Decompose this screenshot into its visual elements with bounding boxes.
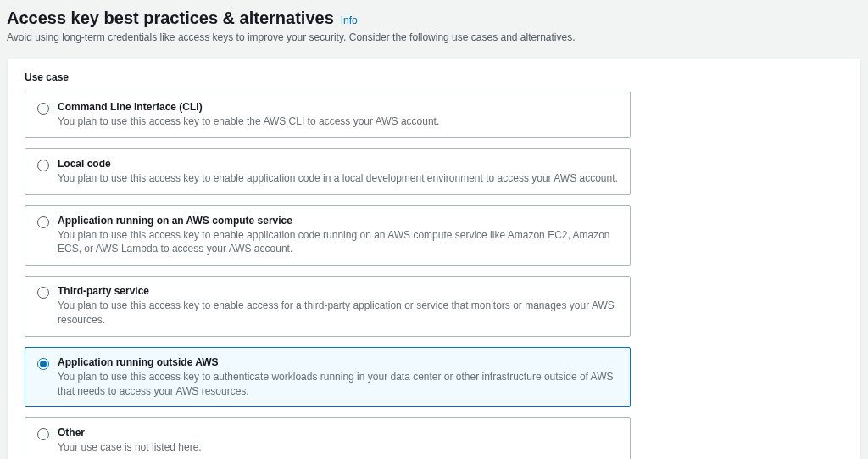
option-desc: Your use case is not listed here. [58,440,618,455]
page-title: Access key best practices & alternatives [7,8,334,28]
option-outside-aws[interactable]: Application running outside AWS You plan… [25,347,631,408]
radio-icon [37,216,49,228]
page-subtitle: Avoid using long-term credentials like a… [7,31,861,43]
option-title: Third-party service [58,285,618,297]
radio-icon [37,160,49,171]
option-aws-compute[interactable]: Application running on an AWS compute se… [25,205,631,266]
section-label: Use case [25,71,843,83]
option-title: Application running on an AWS compute se… [58,215,618,227]
option-local-code[interactable]: Local code You plan to use this access k… [25,148,631,195]
option-title: Local code [58,158,618,170]
radio-icon [37,358,49,370]
option-title: Command Line Interface (CLI) [58,101,618,113]
option-desc: You plan to use this access key to authe… [58,370,618,399]
radio-icon [37,428,49,440]
option-title: Application running outside AWS [58,356,618,368]
option-desc: You plan to use this access key to enabl… [58,115,618,129]
option-desc: You plan to use this access key to enabl… [58,228,618,257]
option-third-party[interactable]: Third-party service You plan to use this… [25,276,631,337]
radio-icon [37,287,49,299]
option-title: Other [58,427,618,439]
options-list: Command Line Interface (CLI) You plan to… [25,92,631,459]
option-desc: You plan to use this access key to enabl… [58,299,618,327]
option-desc: You plan to use this access key to enabl… [58,171,618,186]
page-header: Access key best practices & alternatives… [0,0,868,50]
info-link[interactable]: Info [341,14,358,26]
radio-icon [37,103,49,115]
option-cli[interactable]: Command Line Interface (CLI) You plan to… [25,92,631,138]
option-other[interactable]: Other Your use case is not listed here. [25,417,631,459]
use-case-card: Use case Command Line Interface (CLI) Yo… [7,59,861,459]
